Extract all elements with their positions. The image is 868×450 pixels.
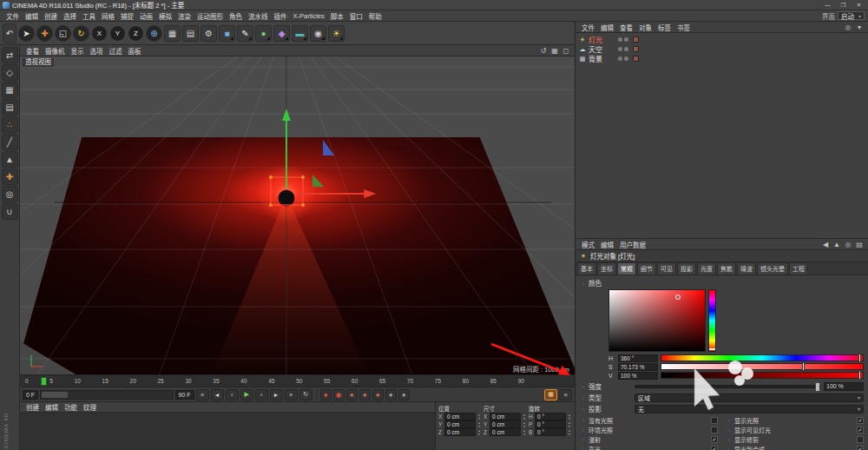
current-frame-marker[interactable] [41,377,47,386]
am-menu-item[interactable]: 编辑 [598,240,616,249]
menu-item[interactable]: 捕捉 [118,11,136,21]
texture-mode-button[interactable]: ▦ [2,82,18,98]
viewport-name-label[interactable]: 透视视图 [23,58,54,67]
object-row-background[interactable]: ▩ 背景 [575,54,868,63]
attribute-tab[interactable]: 投影 [677,262,696,275]
visibility-dot-editor[interactable] [618,47,622,51]
object-tag-icon[interactable] [633,46,639,52]
color-picker-sv-field[interactable] [608,289,706,352]
viewport-menu-item[interactable]: 摄像机 [43,46,68,56]
hue-marker[interactable] [709,348,715,350]
range-thumb[interactable] [42,392,68,398]
show-illumination-checkbox[interactable]: 显示光照 [727,416,864,424]
coordinate-value-field[interactable]: 0 ° [535,428,566,436]
color-component-slider[interactable] [661,354,864,361]
coordinate-value-field[interactable]: 0 ° [535,413,566,420]
menu-item[interactable]: 网格 [99,11,117,21]
viewport-solo-button[interactable]: ◎ [2,186,18,202]
environment-floor-button[interactable]: ▬ [292,25,308,42]
record-position-toggle[interactable]: ● [346,389,358,400]
snap-button[interactable]: ∪ [2,203,18,220]
viewport-3d[interactable]: 透视视图 网格间距 : 1000 cm [20,56,575,374]
viewport-sync-icon[interactable]: ↺ [538,47,549,55]
timeline-range-slider[interactable] [40,390,173,400]
checkbox-box[interactable] [711,446,718,450]
menu-item[interactable]: 渲染 [175,11,194,21]
coordinate-value-field[interactable]: 0 ° [535,420,566,428]
camera-button[interactable]: ◉ [310,25,326,42]
color-component-field[interactable]: 360 ° [618,354,658,362]
anim-dot-icon[interactable] [581,384,586,389]
anim-dot-icon[interactable] [581,407,586,412]
menu-item[interactable]: 文件 [3,11,22,21]
om-search-icon[interactable]: ◎ [843,23,853,31]
record-rotation-toggle[interactable]: ● [372,389,384,400]
color-picker-hue-strip[interactable] [708,289,716,352]
show-clipping-checkbox[interactable]: 显示修剪 [727,435,864,443]
stepper-icon[interactable] [477,421,482,428]
live-selection-tool-button[interactable]: ➤ [18,25,35,42]
am-up-icon[interactable]: ▲ [832,241,842,248]
prev-frame-button[interactable]: ‹ [226,389,239,400]
stepper-icon[interactable] [522,414,527,420]
slider-knob[interactable] [815,382,820,392]
material-list-area[interactable] [20,413,435,450]
minimize-button[interactable]: — [821,0,834,10]
object-tag-icon[interactable] [633,56,639,62]
menu-item[interactable]: 角色 [227,11,245,21]
om-menu-item[interactable]: 对象 [636,23,654,32]
attribute-tab[interactable]: 常规 [617,262,636,275]
next-frame-button[interactable]: › [255,389,268,400]
timeline-menu-button[interactable]: ≡ [559,389,572,400]
menu-item[interactable]: 插件 [272,11,290,21]
menu-item[interactable]: 工具 [80,11,98,21]
polygons-mode-button[interactable]: ▲ [2,151,18,168]
menu-item[interactable]: 帮助 [366,11,385,21]
menu-item[interactable]: 脚本 [328,11,346,21]
lock-z-axis-button[interactable]: Z [128,25,144,42]
scale-tool-button[interactable]: ◱ [55,25,71,42]
lock-y-axis-button[interactable]: Y [109,25,126,42]
am-back-icon[interactable]: ◀ [820,241,831,248]
light-object[interactable] [279,190,294,206]
attribute-tab[interactable]: 可见 [657,262,676,275]
current-frame-field[interactable]: 0 F [23,390,38,400]
color-component-slider[interactable] [661,372,864,379]
coordinate-value-field[interactable]: 0 cm [490,428,521,436]
om-filter-icon[interactable]: ▾ [854,23,865,31]
attribute-tab[interactable]: 工程 [789,262,808,275]
checkbox-box[interactable] [857,417,864,424]
stepper-icon[interactable] [567,421,572,428]
viewport-menu-item[interactable]: 查看 [23,46,42,56]
om-menu-item[interactable]: 书签 [674,23,693,32]
stepper-icon[interactable] [477,429,482,436]
undo-button[interactable]: ↶ [3,23,16,43]
model-mode-button[interactable]: ◇ [2,64,18,81]
om-menu-item[interactable]: 文件 [579,23,597,32]
object-name[interactable]: 天空 [589,44,616,54]
slider-knob[interactable] [858,354,861,362]
material-menu-item[interactable]: 创建 [23,402,42,412]
points-mode-button[interactable]: ∴ [2,116,18,133]
om-menu-item[interactable]: 查看 [617,23,635,32]
viewport-grid-icon[interactable]: ▦ [549,47,560,55]
move-tool-button[interactable]: ✚ [36,25,53,42]
sv-marker[interactable] [675,294,681,300]
checkbox-box[interactable] [857,436,864,443]
end-frame-field[interactable]: 90 F [175,390,194,400]
menu-item[interactable]: 流水线 [246,11,271,21]
show-visible-light-checkbox[interactable]: 显示可见灯光 [727,426,864,433]
workplane-mode-button[interactable]: ▤ [2,99,18,116]
spline-pen-button[interactable]: ✎ [237,25,253,42]
rotate-tool-button[interactable]: ↻ [73,25,89,42]
stepper-icon[interactable] [567,414,572,420]
render-picture-viewer-button[interactable]: ▤ [182,25,199,42]
visibility-dot-render[interactable] [624,37,628,42]
checkbox-box[interactable] [857,427,864,433]
record-scale-toggle[interactable]: ● [359,389,371,400]
anim-dot-icon[interactable] [581,395,586,400]
attribute-tab[interactable]: 基本 [577,262,596,275]
material-menu-item[interactable]: 编辑 [43,402,61,412]
close-button[interactable]: ✕ [852,0,865,10]
attribute-tab[interactable]: 坐标 [597,262,616,275]
